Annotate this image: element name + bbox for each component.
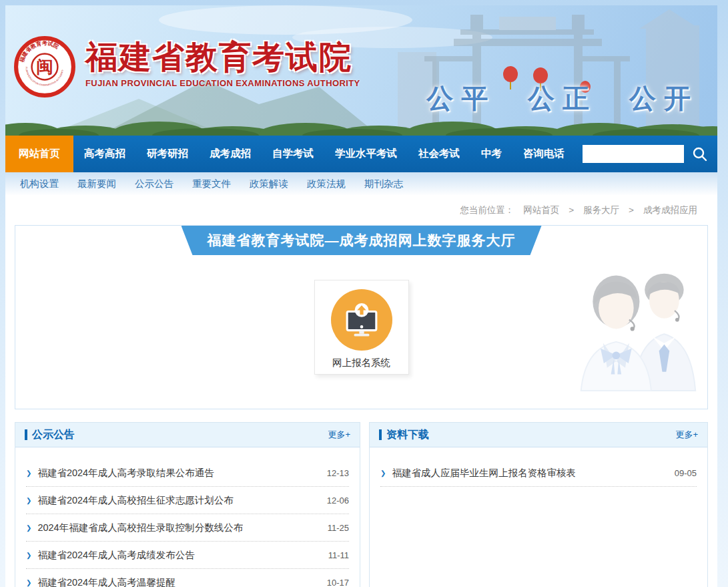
downloads-header: 资料下载 更多+ bbox=[370, 423, 707, 447]
nav-tab-zhongkao[interactable]: 中考 bbox=[470, 136, 512, 172]
service-icon-circle bbox=[331, 289, 392, 351]
subnav-item-latest-news[interactable]: 最新要闻 bbox=[77, 178, 116, 190]
service-card-online-registration[interactable]: 网上报名系统 bbox=[314, 280, 409, 375]
list-item[interactable]: ❯ 福建省2024年成人高考温馨提醒 10-17 bbox=[26, 569, 349, 587]
breadcrumb-separator: > bbox=[569, 205, 574, 215]
subnav-item-organization[interactable]: 机构设置 bbox=[20, 178, 59, 190]
breadcrumb-link-service-hall[interactable]: 服务大厅 bbox=[583, 204, 619, 216]
chevron-right-icon: ❯ bbox=[26, 469, 31, 477]
hall-banner-ribbon: 福建省教育考试院—成考成招网上数字服务大厅 bbox=[181, 226, 542, 255]
subnav-item-journals[interactable]: 期刊杂志 bbox=[364, 178, 403, 190]
list-item[interactable]: ❯ 福建省2024年成人高校招生征求志愿计划公布 12-06 bbox=[26, 487, 349, 514]
chevron-right-icon: ❯ bbox=[26, 524, 31, 532]
nav-tab-academic-level[interactable]: 学业水平考试 bbox=[324, 136, 408, 172]
logo-emblem-glyph: 闽 bbox=[36, 57, 53, 76]
nav-tab-self-study[interactable]: 自学考试 bbox=[262, 136, 324, 172]
downloads-card: 资料下载 更多+ ❯ 福建省成人应届毕业生网上报名资格审核表 09-05 bbox=[369, 422, 708, 587]
notice-link[interactable]: 福建省2024年成人高考录取结果公布通告 bbox=[37, 467, 214, 479]
downloads-title: 资料下载 bbox=[379, 429, 429, 440]
main-nav: 网站首页 高考高招 研考研招 成考成招 自学考试 学业水平考试 社会考试 中考 … bbox=[5, 136, 717, 172]
chevron-right-icon: ❯ bbox=[26, 552, 31, 559]
search-icon bbox=[692, 146, 708, 162]
notices-list: ❯ 福建省2024年成人高考录取结果公布通告 12-13 ❯ 福建省2024年成… bbox=[15, 447, 360, 587]
subnav-item-policy-regulations[interactable]: 政策法规 bbox=[307, 178, 346, 190]
nav-tab-adult-exam[interactable]: 成考成招 bbox=[199, 136, 262, 172]
search-area bbox=[583, 136, 717, 172]
breadcrumb-separator: > bbox=[629, 205, 634, 215]
nav-tab-college-admission[interactable]: 高考高招 bbox=[73, 136, 136, 172]
list-item[interactable]: ❯ 福建省2024年成人高考录取结果公布通告 12-13 bbox=[26, 459, 349, 487]
service-hall-panel: 福建省教育考试院—成考成招网上数字服务大厅 网上报名系统 bbox=[15, 225, 708, 409]
list-item[interactable]: ❯ 福建省2024年成人高考成绩发布公告 11-11 bbox=[26, 542, 349, 569]
support-agents-illustration bbox=[576, 260, 699, 394]
breadcrumb: 您当前位置： 网站首页 > 服务大厅 > 成考成招应用 bbox=[5, 195, 717, 225]
notice-date: 11-25 bbox=[321, 523, 349, 533]
header-slogan: 公平 公正 公开 bbox=[426, 80, 699, 117]
downloads-more-link[interactable]: 更多+ bbox=[675, 429, 698, 441]
sub-nav: 机构设置 最新要闻 公示公告 重要文件 政策解读 政策法规 期刊杂志 bbox=[5, 172, 717, 195]
subnav-item-policy-interpretation[interactable]: 政策解读 bbox=[250, 178, 288, 190]
breadcrumb-current-page[interactable]: 成考成招应用 bbox=[643, 204, 697, 216]
nav-tab-hotline[interactable]: 咨询电话 bbox=[512, 136, 575, 172]
bottom-columns: 公示公告 更多+ ❯ 福建省2024年成人高考录取结果公布通告 12-13 ❯ … bbox=[15, 422, 708, 587]
notice-date: 12-13 bbox=[320, 468, 349, 478]
site-subtitle: FUJIAN PROVINCIAL EDUCATION EXAMINATIONS… bbox=[85, 78, 360, 88]
notices-title: 公示公告 bbox=[25, 429, 75, 440]
brand-text: 福建省教育考试院 FUJIAN PROVINCIAL EDUCATION EXA… bbox=[85, 41, 360, 88]
nav-tab-postgraduate[interactable]: 研考研招 bbox=[136, 136, 199, 172]
downloads-list: ❯ 福建省成人应届毕业生网上报名资格审核表 09-05 bbox=[370, 447, 707, 487]
download-date: 09-05 bbox=[668, 468, 697, 478]
monitor-upload-icon bbox=[345, 303, 378, 337]
breadcrumb-prefix: 您当前位置： bbox=[460, 204, 514, 216]
notice-link[interactable]: 2024年福建省成人高校招生录取控制分数线公布 bbox=[37, 522, 243, 534]
download-link[interactable]: 福建省成人应届毕业生网上报名资格审核表 bbox=[392, 467, 576, 479]
notices-card: 公示公告 更多+ ❯ 福建省2024年成人高考录取结果公布通告 12-13 ❯ … bbox=[15, 422, 360, 587]
notice-date: 11-11 bbox=[322, 550, 349, 560]
list-item[interactable]: ❯ 福建省成人应届毕业生网上报名资格审核表 09-05 bbox=[380, 459, 697, 487]
notice-date: 12-06 bbox=[320, 496, 349, 506]
chevron-right-icon: ❯ bbox=[26, 579, 31, 586]
subnav-item-public-notices[interactable]: 公示公告 bbox=[135, 178, 173, 190]
notice-link[interactable]: 福建省2024年成人高校招生征求志愿计划公布 bbox=[37, 494, 233, 507]
notices-header: 公示公告 更多+ bbox=[15, 423, 360, 447]
notice-date: 10-17 bbox=[320, 578, 349, 587]
search-button[interactable] bbox=[692, 146, 708, 162]
site-title: 福建省教育考试院 bbox=[85, 41, 360, 74]
nav-tab-home[interactable]: 网站首页 bbox=[5, 136, 73, 172]
site-logo-seal-icon[interactable]: 福建省教育考试院 FUJIAN EDUCATION EXAMINATIONS A… bbox=[13, 35, 76, 98]
chevron-right-icon: ❯ bbox=[26, 497, 31, 504]
list-item[interactable]: ❯ 2024年福建省成人高校招生录取控制分数线公布 11-25 bbox=[26, 514, 349, 542]
brand-block: 福建省教育考试院 FUJIAN EDUCATION EXAMINATIONS A… bbox=[13, 35, 360, 98]
subnav-item-important-documents[interactable]: 重要文件 bbox=[192, 178, 231, 190]
notices-more-link[interactable]: 更多+ bbox=[328, 429, 350, 441]
page-container: 福建省教育考试院 FUJIAN EDUCATION EXAMINATIONS A… bbox=[5, 5, 717, 587]
nav-tab-social-exam[interactable]: 社会考试 bbox=[408, 136, 470, 172]
service-card-label: 网上报名系统 bbox=[332, 357, 390, 369]
notice-link[interactable]: 福建省2024年成人高考成绩发布公告 bbox=[37, 549, 194, 562]
breadcrumb-link-home[interactable]: 网站首页 bbox=[523, 204, 559, 216]
notice-link[interactable]: 福建省2024年成人高考温馨提醒 bbox=[37, 576, 175, 587]
chevron-right-icon: ❯ bbox=[380, 469, 386, 477]
site-header: 福建省教育考试院 FUJIAN EDUCATION EXAMINATIONS A… bbox=[5, 5, 717, 136]
search-input[interactable] bbox=[583, 145, 684, 163]
